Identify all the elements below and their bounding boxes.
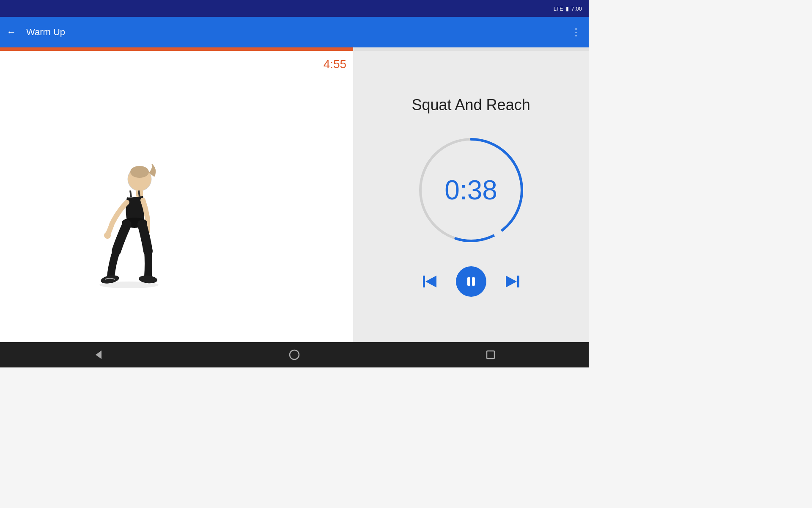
timer-display: 0:38 — [444, 174, 497, 206]
svg-point-19 — [290, 350, 299, 359]
video-panel: 4:55 — [0, 51, 353, 342]
playback-controls — [420, 266, 522, 297]
status-icons: LTE ▮ 7:00 — [554, 6, 582, 12]
previous-button[interactable] — [420, 272, 439, 291]
back-button[interactable]: ← — [7, 27, 16, 38]
status-bar: LTE ▮ 7:00 — [0, 0, 589, 17]
svg-point-3 — [104, 232, 111, 239]
svg-rect-12 — [423, 276, 425, 287]
video-timer: 4:55 — [324, 58, 347, 71]
app-title: Warm Up — [26, 27, 571, 38]
svg-rect-14 — [467, 277, 470, 286]
svg-marker-18 — [96, 351, 102, 359]
exercise-name: Squat And Reach — [411, 96, 530, 114]
svg-marker-17 — [506, 276, 517, 287]
nav-back-button[interactable] — [92, 349, 104, 361]
progress-bar-fill — [0, 47, 353, 51]
time-display: 7:00 — [571, 6, 582, 12]
svg-rect-20 — [487, 351, 494, 359]
svg-marker-13 — [425, 276, 436, 287]
exercise-figure — [85, 164, 169, 325]
app-bar: ← Warm Up ⋮ — [0, 17, 589, 47]
svg-point-1 — [130, 166, 149, 178]
battery-icon: ▮ — [566, 6, 569, 12]
svg-rect-16 — [517, 276, 519, 287]
timer-panel: Squat And Reach 0:38 — [353, 51, 589, 342]
main-content: 4:55 — [0, 51, 589, 342]
pause-button[interactable] — [456, 266, 486, 297]
next-button[interactable] — [503, 272, 522, 291]
nav-recent-button[interactable] — [485, 349, 497, 361]
signal-icon: LTE — [554, 6, 563, 12]
nav-home-button[interactable] — [288, 349, 300, 361]
more-menu-button[interactable]: ⋮ — [571, 26, 582, 38]
timer-circle: 0:38 — [412, 131, 530, 249]
progress-bar-container — [0, 47, 589, 51]
nav-bar — [0, 342, 589, 367]
svg-rect-15 — [472, 277, 475, 286]
svg-point-8 — [99, 282, 159, 288]
